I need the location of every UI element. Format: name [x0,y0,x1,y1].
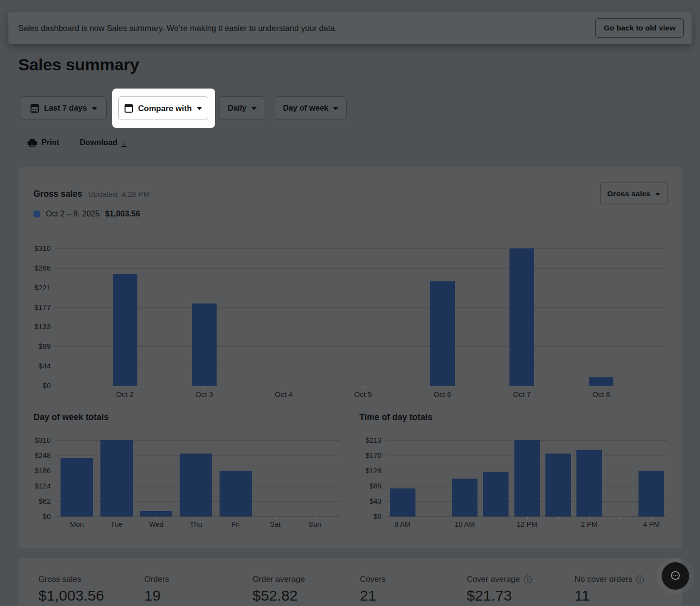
x-axis-tick-label: 10 AM [435,519,494,529]
compare-with-label: Compare with [138,104,191,113]
stat-value: $52.82 [253,587,305,604]
y-axis-tick-label: $128 [342,466,382,475]
breakdown-label: Day of week [283,104,328,113]
x-axis-tick-label: 12 PM [498,519,557,529]
compare-with-dropdown[interactable]: Compare with [118,96,208,120]
stat-no-cover-orders: No cover orders 11 [574,575,644,604]
x-axis-tick-label: 4 PM [622,519,681,529]
granularity-dropdown[interactable]: Daily [220,96,264,120]
stat-label: Order average [253,575,305,584]
bar-10-am [452,479,477,516]
x-axis-tick [434,516,434,519]
y-axis-tick-label: $85 [342,482,382,490]
x-axis-tick [403,516,403,519]
date-range-label: Last 7 days [44,104,87,113]
stat-value: $1,003.56 [38,587,104,604]
granularity-label: Daily [227,104,246,113]
calendar-icon [31,104,39,113]
x-axis-tick [651,516,652,519]
stat-covers: Covers 21 [360,575,385,604]
gross-sales-card: Gross sales Updated: 4:28 PM Oct 2 – 8, … [18,167,682,548]
bar-12-pm [514,440,540,516]
stat-label: Orders [144,575,169,584]
y-axis-tick-label: $170 [342,451,382,460]
stat-value: $21.73 [467,587,532,604]
y-axis-tick-label: $43 [342,497,382,506]
x-axis-tick [558,516,559,519]
go-back-to-old-view-button[interactable]: Go back to old view [595,18,684,38]
stat-label: Cover average [467,575,520,584]
stat-cover-average: Cover average $21.73 [467,575,532,604]
banner-message: Sales dashboard is now Sales summary. We… [18,24,595,33]
summary-stats-card: Gross sales $1,003.56 Orders 19 Order av… [18,558,682,606]
bar-8-am [390,488,415,516]
chat-help-fab-button[interactable] [662,562,689,590]
chat-bubble-icon [668,569,682,583]
sales-summary-page: Sales dashboard is now Sales summary. We… [0,0,700,606]
stat-label: Covers [360,575,385,584]
breakdown-dropdown[interactable]: Day of week [275,96,347,120]
notification-banner: Sales dashboard is now Sales summary. We… [8,12,692,44]
print-label: Print [41,138,59,147]
chevron-down-icon [197,107,202,110]
stat-value: 19 [144,587,169,604]
x-axis-tick [465,516,465,519]
info-icon[interactable] [524,576,532,583]
stat-value: 11 [574,587,644,604]
date-range-dropdown[interactable]: Last 7 days [21,96,107,120]
stat-label: Gross sales [38,575,81,584]
bar-2-pm [576,450,602,516]
stat-gross-sales: Gross sales $1,003.56 [38,575,104,604]
page-title: Sales summary [18,55,139,74]
time-of-day-totals-chart: $213$170$128$85$43$08 AM10 AM12 PM2 PM4 … [18,167,682,548]
download-button[interactable]: Download ↓ [77,136,129,149]
print-button[interactable]: Print [25,136,62,149]
bar-11-am [483,472,509,516]
stat-value: 21 [360,587,385,604]
chevron-down-icon [252,107,256,110]
gridline [386,516,667,517]
bar-1-pm [545,454,571,516]
x-axis-tick [496,516,496,519]
y-axis-tick-label: $213 [342,436,382,445]
stat-orders: Orders 19 [144,575,169,604]
stat-order-average: Order average $52.82 [253,575,305,604]
x-axis-tick [620,516,621,519]
info-icon[interactable] [636,576,644,583]
download-label: Download [80,138,117,147]
x-axis-tick-label: 8 AM [373,519,432,529]
x-axis-tick [589,516,590,519]
bar-4-pm [638,471,664,516]
stat-label: No cover orders [574,575,632,584]
download-arrow-icon: ↓ [122,139,127,147]
x-axis-tick [527,516,528,519]
x-axis-tick-label: 2 PM [560,519,619,529]
chevron-down-icon [333,107,338,110]
calendar-icon [125,104,133,113]
chevron-down-icon [92,107,97,110]
printer-icon [28,139,37,147]
